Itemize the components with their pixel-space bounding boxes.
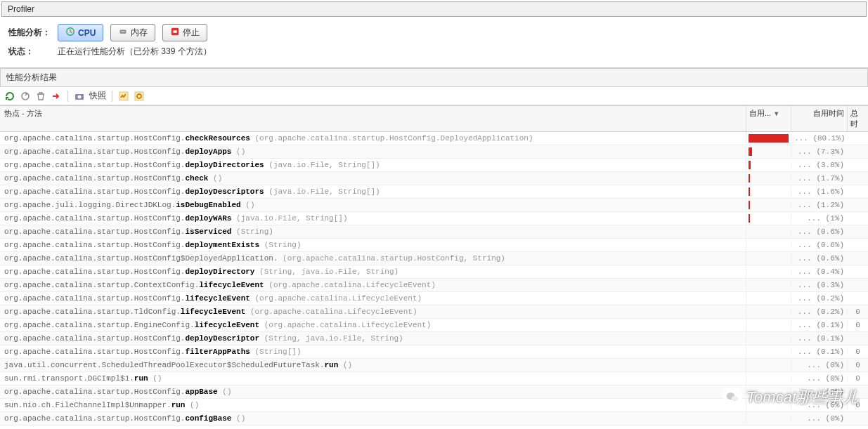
auto-refresh-icon[interactable] bbox=[20, 91, 31, 102]
time-cell: ... (0%) bbox=[791, 388, 847, 396]
table-row[interactable]: org.apache.catalina.startup.HostConfig$D… bbox=[0, 252, 868, 265]
camera-icon[interactable] bbox=[74, 91, 85, 102]
toolbar-divider bbox=[67, 91, 68, 102]
method-cell: org.apache.catalina.startup.HostConfig.l… bbox=[0, 293, 746, 304]
snapshot-label[interactable]: 快照 bbox=[89, 90, 106, 102]
analysis-label: 性能分析： bbox=[8, 27, 51, 39]
table-row[interactable]: org.apache.catalina.startup.HostConfig.d… bbox=[0, 332, 868, 345]
header-time[interactable]: 自用时间 bbox=[791, 106, 847, 131]
bar-cell bbox=[746, 359, 791, 371]
time-cell: ... (0%) bbox=[791, 374, 847, 383]
header-total[interactable]: 总时 bbox=[847, 106, 868, 131]
memory-button[interactable]: 内存 bbox=[110, 24, 155, 41]
trash-icon[interactable] bbox=[35, 91, 46, 102]
table-row[interactable]: org.apache.catalina.startup.HostConfig.d… bbox=[0, 159, 868, 172]
header-self[interactable]: 自用... ▼ bbox=[746, 106, 791, 131]
svg-rect-4 bbox=[174, 30, 177, 33]
time-cell: ... (3.8%) bbox=[791, 161, 847, 169]
chip-icon bbox=[118, 27, 128, 39]
time-cell: ... (7.3%) bbox=[791, 147, 847, 156]
method-cell: org.apache.catalina.startup.EngineConfig… bbox=[0, 319, 746, 331]
reset-icon[interactable] bbox=[134, 91, 145, 102]
time-cell: ... (0.3%) bbox=[791, 281, 847, 289]
time-cell: ... (0%) bbox=[791, 414, 847, 423]
cpu-button[interactable]: CPU bbox=[58, 24, 103, 41]
total-cell: 0 bbox=[847, 361, 868, 369]
method-cell: org.apache.catalina.startup.ContextConfi… bbox=[0, 279, 746, 291]
refresh-icon[interactable] bbox=[4, 91, 15, 102]
window-title: Profiler bbox=[1, 1, 867, 17]
bar-cell bbox=[746, 159, 791, 171]
table-row[interactable]: org.apache.catalina.startup.HostConfig.i… bbox=[0, 225, 868, 239]
total-cell: 0 bbox=[847, 321, 868, 329]
results-title: 性能分析结果 bbox=[0, 68, 868, 87]
stop-button-label: 停止 bbox=[183, 27, 200, 39]
time-cell: ... (0.4%) bbox=[791, 268, 847, 276]
method-cell: org.apache.catalina.startup.HostConfig.d… bbox=[0, 146, 746, 157]
table-row[interactable]: org.apache.catalina.startup.HostConfig.c… bbox=[0, 412, 868, 425]
table-row[interactable]: org.apache.catalina.startup.HostConfig.c… bbox=[0, 132, 868, 145]
table-row[interactable]: org.apache.juli.logging.DirectJDKLog.isD… bbox=[0, 199, 868, 212]
bar-cell bbox=[746, 186, 791, 197]
table-row[interactable]: org.apache.catalina.startup.HostConfig.d… bbox=[0, 185, 868, 199]
bar-cell bbox=[746, 146, 791, 157]
total-cell: 0 bbox=[847, 308, 868, 316]
time-cell: ... (1.6%) bbox=[791, 187, 847, 196]
method-cell: org.apache.catalina.startup.HostConfig.d… bbox=[0, 213, 746, 224]
method-cell: org.apache.catalina.startup.HostConfig.d… bbox=[0, 266, 746, 277]
table-row[interactable]: org.apache.catalina.startup.HostConfig.f… bbox=[0, 345, 868, 359]
bar-cell bbox=[746, 386, 791, 397]
time-cell: ... (1.7%) bbox=[791, 174, 847, 183]
table-row[interactable]: org.apache.catalina.startup.HostConfig.d… bbox=[0, 212, 868, 225]
table-row[interactable]: org.apache.catalina.startup.ContextConfi… bbox=[0, 279, 868, 292]
bar-cell bbox=[746, 199, 791, 211]
total-cell: 0 bbox=[847, 348, 868, 356]
svg-point-7 bbox=[78, 95, 82, 98]
results-table: org.apache.catalina.startup.HostConfig.c… bbox=[0, 132, 868, 425]
time-cell: ... (0.2%) bbox=[791, 294, 847, 303]
table-row[interactable]: sun.nio.ch.FileChannelImpl$Unmapper.run … bbox=[0, 399, 868, 412]
bar-cell bbox=[746, 400, 791, 411]
time-cell: ... (1%) bbox=[791, 214, 847, 223]
bar-cell bbox=[746, 253, 791, 264]
table-row[interactable]: org.apache.catalina.startup.HostConfig.d… bbox=[0, 265, 868, 279]
method-cell: sun.rmi.transport.DGCImpl$1.run () bbox=[0, 373, 746, 384]
bar-cell bbox=[746, 413, 791, 424]
bar-cell bbox=[746, 226, 791, 237]
bar-cell bbox=[746, 213, 791, 224]
table-row[interactable]: org.apache.catalina.startup.HostConfig.l… bbox=[0, 292, 868, 305]
total-cell: 0 bbox=[847, 401, 868, 409]
bar-cell bbox=[746, 293, 791, 304]
method-cell: org.apache.catalina.startup.HostConfig.d… bbox=[0, 239, 746, 251]
method-cell: org.apache.catalina.startup.HostConfig.a… bbox=[0, 386, 746, 397]
method-cell: org.apache.juli.logging.DirectJDKLog.isD… bbox=[0, 199, 746, 211]
table-row[interactable]: java.util.concurrent.ScheduledThreadPool… bbox=[0, 359, 868, 372]
method-cell: org.apache.catalina.startup.TldConfig.li… bbox=[0, 306, 746, 317]
method-cell: org.apache.catalina.startup.HostConfig.c… bbox=[0, 173, 746, 184]
bar-cell bbox=[746, 133, 791, 144]
bar-cell bbox=[746, 319, 791, 331]
table-row[interactable]: org.apache.catalina.startup.HostConfig.d… bbox=[0, 145, 868, 159]
table-row[interactable]: sun.rmi.transport.DGCImpl$1.run ()... (0… bbox=[0, 372, 868, 385]
table-row[interactable]: org.apache.catalina.startup.HostConfig.a… bbox=[0, 385, 868, 399]
memory-button-label: 内存 bbox=[131, 27, 148, 39]
table-row[interactable]: org.apache.catalina.startup.HostConfig.d… bbox=[0, 239, 868, 252]
status-text: 正在运行性能分析（已分析 339 个方法） bbox=[58, 46, 212, 58]
table-row[interactable]: org.apache.catalina.startup.TldConfig.li… bbox=[0, 305, 868, 319]
method-cell: org.apache.catalina.startup.HostConfig.c… bbox=[0, 133, 746, 144]
time-cell: ... (0.6%) bbox=[791, 254, 847, 263]
svg-rect-9 bbox=[135, 92, 143, 100]
export-icon[interactable] bbox=[51, 91, 62, 102]
table-row[interactable]: org.apache.catalina.startup.EngineConfig… bbox=[0, 319, 868, 332]
bar-cell bbox=[746, 173, 791, 184]
svg-rect-2 bbox=[122, 31, 125, 32]
clock-icon bbox=[65, 27, 75, 39]
header-method[interactable]: 热点 - 方法 bbox=[0, 106, 746, 131]
svg-point-5 bbox=[22, 93, 29, 100]
chart-icon[interactable] bbox=[118, 91, 129, 102]
bar-cell bbox=[746, 346, 791, 357]
stop-icon bbox=[170, 27, 180, 39]
stop-button[interactable]: 停止 bbox=[162, 24, 207, 41]
controls-panel: 性能分析： CPU 内存 停止 状态： 正在运行性能分析（已分析 339 个方法… bbox=[0, 18, 868, 68]
table-row[interactable]: org.apache.catalina.startup.HostConfig.c… bbox=[0, 172, 868, 185]
